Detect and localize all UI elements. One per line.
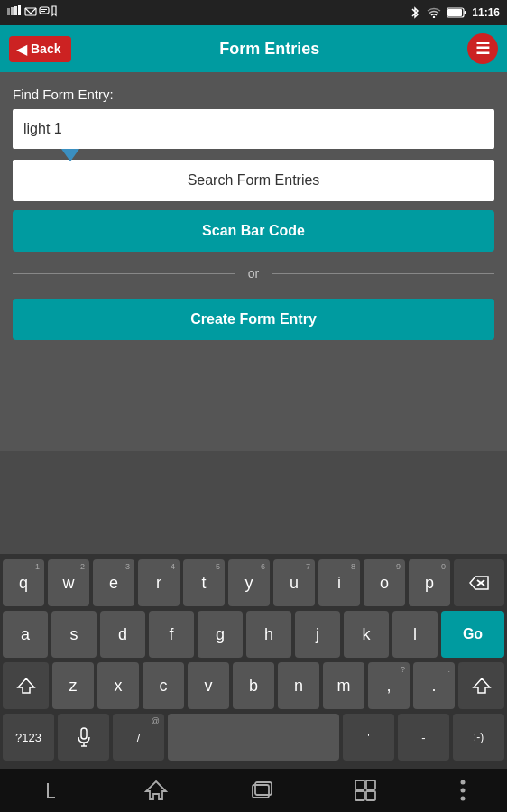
system-more-button[interactable] xyxy=(459,779,466,802)
key-z[interactable]: z xyxy=(52,662,94,709)
svg-rect-11 xyxy=(447,9,462,16)
or-line-right xyxy=(272,273,494,274)
key-space[interactable] xyxy=(168,714,339,761)
status-icons xyxy=(7,5,61,21)
key-backspace[interactable] xyxy=(454,559,504,606)
svg-rect-1 xyxy=(11,7,14,15)
menu-icon: ☰ xyxy=(475,41,490,57)
clock: 11:16 xyxy=(472,6,500,19)
status-bar-left xyxy=(7,5,61,21)
wifi-icon xyxy=(427,7,441,18)
svg-point-9 xyxy=(433,16,435,18)
find-label: Find Form Entry: xyxy=(13,87,494,102)
back-button[interactable]: ◀ Back xyxy=(9,36,71,62)
key-d[interactable]: d xyxy=(100,611,145,658)
system-bar xyxy=(0,769,507,812)
svg-rect-0 xyxy=(7,8,10,15)
svg-marker-13 xyxy=(470,577,488,589)
key-c[interactable]: c xyxy=(143,662,184,709)
status-bar: 11:16 xyxy=(0,0,507,25)
key-s[interactable]: s xyxy=(51,611,97,658)
system-expand-icon xyxy=(354,779,377,802)
back-label: Back xyxy=(31,42,60,56)
key-h[interactable]: h xyxy=(246,611,291,658)
key-f[interactable]: f xyxy=(149,611,194,658)
keyboard-middle-row: a s d f g h j k l Go xyxy=(3,611,504,658)
key-mic[interactable] xyxy=(58,714,109,761)
key-x[interactable]: x xyxy=(97,662,139,709)
system-back-button[interactable] xyxy=(41,780,62,801)
key-slash[interactable]: @ / xyxy=(113,714,164,761)
cursor-indicator xyxy=(61,149,79,161)
key-k[interactable]: k xyxy=(344,611,389,658)
key-i[interactable]: 8 i xyxy=(318,559,360,606)
svg-rect-3 xyxy=(18,5,21,15)
key-t[interactable]: 5 t xyxy=(183,559,225,606)
key-u[interactable]: 7 u xyxy=(273,559,315,606)
key-b[interactable]: b xyxy=(233,662,274,709)
svg-rect-18 xyxy=(81,728,87,739)
nav-title: Form Entries xyxy=(71,40,467,59)
svg-marker-8 xyxy=(52,6,56,15)
key-smiley[interactable]: :-) xyxy=(453,714,504,761)
system-home-icon xyxy=(144,780,168,801)
shift-right-icon xyxy=(472,677,492,695)
mic-icon xyxy=(77,727,91,747)
svg-rect-5 xyxy=(40,7,49,14)
search-input[interactable] xyxy=(13,109,494,149)
key-y[interactable]: 6 y xyxy=(228,559,270,606)
key-n[interactable]: n xyxy=(278,662,319,709)
key-g[interactable]: g xyxy=(198,611,243,658)
svg-point-29 xyxy=(460,789,465,793)
search-input-wrapper xyxy=(13,109,494,149)
system-recent-button[interactable] xyxy=(249,780,272,800)
key-shift-right[interactable] xyxy=(458,662,504,709)
nav-bar: ◀ Back Form Entries ☰ xyxy=(0,25,507,72)
create-form-entry-button[interactable]: Create Form Entry xyxy=(13,299,494,340)
key-v[interactable]: v xyxy=(188,662,229,709)
key-a[interactable]: a xyxy=(3,611,48,658)
key-comma[interactable]: ? , xyxy=(368,662,410,709)
key-w[interactable]: 2 w xyxy=(48,559,89,606)
svg-rect-24 xyxy=(355,780,364,789)
key-shift-left[interactable] xyxy=(3,662,49,709)
key-j[interactable]: j xyxy=(295,611,340,658)
system-home-button[interactable] xyxy=(144,780,168,801)
or-divider: or xyxy=(13,266,494,281)
key-dash[interactable]: - xyxy=(398,714,449,761)
key-m[interactable]: m xyxy=(323,662,364,709)
key-e[interactable]: 3 e xyxy=(93,559,134,606)
key-o[interactable]: 9 o xyxy=(364,559,405,606)
or-text: or xyxy=(235,266,272,281)
system-expand-button[interactable] xyxy=(354,779,377,802)
svg-rect-26 xyxy=(355,791,364,800)
scan-barcode-button[interactable]: Scan Bar Code xyxy=(13,210,494,252)
key-quote[interactable]: ' xyxy=(343,714,394,761)
key-period[interactable]: . . xyxy=(413,662,455,709)
keyboard-bottom-row: z x c v b n m ? , . . xyxy=(3,662,504,709)
search-button[interactable]: Search Form Entries xyxy=(13,160,494,201)
svg-marker-17 xyxy=(474,678,490,693)
key-q[interactable]: 1 q xyxy=(3,559,44,606)
svg-point-28 xyxy=(460,780,465,785)
svg-rect-12 xyxy=(465,11,466,14)
keyboard-space-row: ?123 @ / ' - :-) xyxy=(3,714,504,761)
svg-rect-25 xyxy=(366,780,375,789)
bluetooth-icon xyxy=(409,5,421,20)
key-p[interactable]: 0 p xyxy=(409,559,450,606)
system-more-icon xyxy=(459,779,466,802)
status-bar-right: 11:16 xyxy=(409,5,500,20)
or-line-left xyxy=(13,273,235,274)
menu-button[interactable]: ☰ xyxy=(467,33,498,64)
system-recent-icon xyxy=(249,780,272,800)
key-r[interactable]: 4 r xyxy=(138,559,180,606)
svg-rect-2 xyxy=(14,6,17,15)
svg-point-30 xyxy=(460,797,465,801)
svg-marker-16 xyxy=(18,678,34,693)
keyboard-number-row: 1 q 2 w 3 e 4 r 5 t 6 y 7 u 8 i xyxy=(3,559,504,606)
back-arrow-icon: ◀ xyxy=(16,41,27,58)
key-go[interactable]: Go xyxy=(441,611,504,658)
key-l[interactable]: l xyxy=(392,611,438,658)
main-content: Find Form Entry: Search Form Entries Sca… xyxy=(0,72,507,451)
key-sym[interactable]: ?123 xyxy=(3,714,54,761)
